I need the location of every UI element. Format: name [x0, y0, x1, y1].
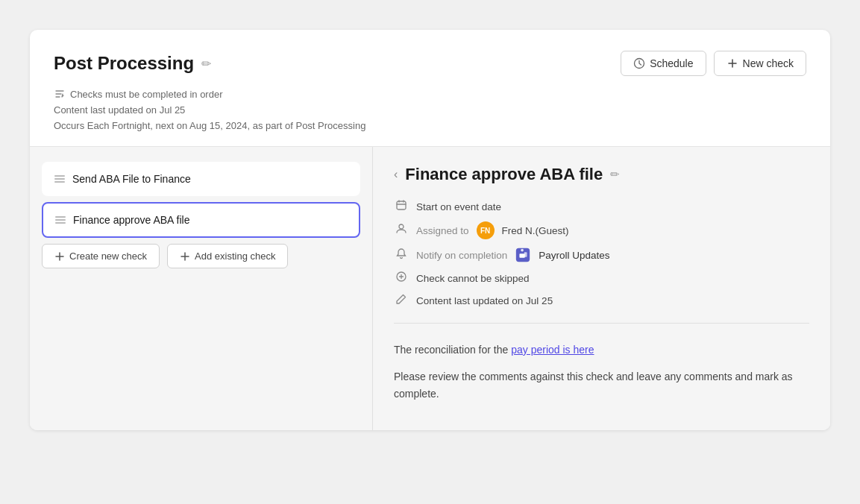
last-updated-row: Content last updated on Jul 25: [54, 104, 806, 116]
drag-handle-1: [54, 175, 65, 183]
header-actions: Schedule New check: [621, 51, 806, 76]
occurrence-row: Occurs Each Fortnight, next on Aug 15, 2…: [54, 120, 806, 131]
back-button[interactable]: ‹: [394, 168, 398, 181]
svg-point-2: [399, 224, 404, 229]
new-check-button[interactable]: New check: [714, 51, 806, 76]
person-icon: [394, 223, 409, 238]
assignee-name: Fred N.(Guest): [502, 225, 569, 236]
pay-period-link[interactable]: pay period is here: [511, 344, 594, 356]
check-item-1-label: Send ABA File to Finance: [72, 173, 191, 185]
content-body: The reconciliation for the pay period is…: [394, 338, 809, 402]
order-note-row: Checks must be completed in order: [54, 88, 806, 100]
left-panel: Send ABA File to Finance Finance approve…: [30, 147, 373, 430]
start-date-text: Start on event date: [416, 201, 501, 212]
check-detail-header: ‹ Finance approve ABA file ✏: [394, 165, 809, 184]
last-updated-text: Content last updated on Jul 25: [54, 104, 185, 116]
schedule-button[interactable]: Schedule: [621, 51, 706, 76]
page-title: Post Processing: [54, 53, 194, 74]
add-buttons: Create new check Add existing check: [42, 244, 360, 268]
content-updated-row: Content last updated on Jul 25: [394, 293, 809, 308]
plus-icon: [726, 57, 738, 69]
order-note-text: Checks must be completed in order: [70, 89, 222, 100]
order-icon: [54, 88, 66, 100]
check-detail-edit-icon[interactable]: ✏: [610, 168, 620, 181]
pencil-icon: [394, 293, 409, 308]
bell-icon: [394, 248, 409, 262]
skip-row: Check cannot be skipped: [394, 271, 809, 286]
content-updated-text: Content last updated on Jul 25: [416, 295, 553, 306]
svg-rect-4: [520, 253, 525, 258]
content-section: Send ABA File to Finance Finance approve…: [30, 147, 830, 430]
check-detail-title: Finance approve ABA file: [405, 165, 603, 184]
detail-meta: Start on event date Assigned to FN: [394, 199, 809, 324]
clock-icon: [633, 57, 645, 69]
check-item-1[interactable]: Send ABA File to Finance: [42, 162, 360, 196]
content-line-1: The reconciliation for the pay period is…: [394, 341, 809, 358]
notify-team-name: Payroll Updates: [539, 250, 609, 261]
assignee-avatar: FN: [477, 221, 495, 239]
check-item-2-label: Finance approve ABA file: [73, 214, 189, 226]
assigned-row: Assigned to FN Fred N.(Guest): [394, 221, 809, 239]
calendar-icon: [394, 199, 409, 214]
skip-text: Check cannot be skipped: [416, 273, 530, 284]
skip-icon: [394, 271, 409, 286]
add-existing-check-button[interactable]: Add existing check: [167, 244, 288, 268]
notify-label: Notify on completion: [416, 250, 507, 261]
content-line-2: Please review the comments against this …: [394, 368, 809, 402]
add-existing-plus-icon: [180, 251, 190, 262]
occurrence-text: Occurs Each Fortnight, next on Aug 15, 2…: [54, 120, 365, 131]
drag-handle-2: [55, 216, 66, 224]
create-new-check-button[interactable]: Create new check: [42, 244, 160, 268]
create-plus-icon: [54, 251, 65, 262]
header-section: Post Processing ✏ Schedule: [30, 30, 830, 147]
right-panel: ‹ Finance approve ABA file ✏ Start on: [373, 147, 830, 430]
assigned-label: Assigned to: [416, 225, 469, 236]
teams-icon: [515, 247, 531, 263]
notify-row: Notify on completion Payroll Updates: [394, 247, 809, 263]
check-item-2[interactable]: Finance approve ABA file: [42, 202, 360, 238]
start-date-row: Start on event date: [394, 199, 809, 214]
svg-rect-1: [397, 201, 406, 210]
header-meta: Checks must be completed in order Conten…: [54, 88, 806, 131]
title-edit-icon[interactable]: ✏: [201, 57, 211, 71]
